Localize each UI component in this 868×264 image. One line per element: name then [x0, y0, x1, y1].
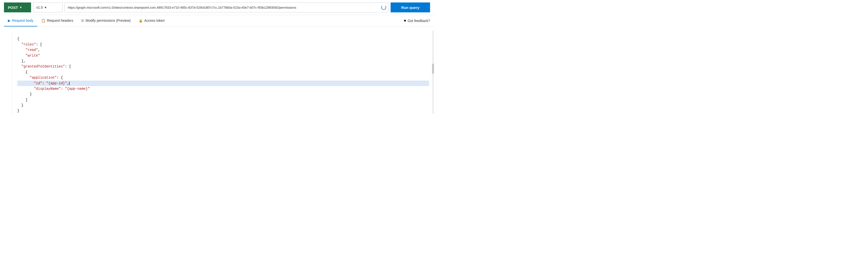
code-line: "roles": [: [17, 42, 429, 47]
code-line: "application": {: [17, 75, 429, 80]
code-line: ]: [17, 97, 429, 103]
version-chevron-icon: ▾: [44, 5, 46, 9]
tab-access-token-label: Access token: [144, 19, 165, 23]
editor-area: { "roles": [ "read", "write" ], "granted…: [0, 27, 434, 121]
code-line: }: [17, 103, 429, 108]
run-query-button[interactable]: Run query: [391, 2, 430, 12]
code-line: "displayName": "{app-name}": [17, 86, 429, 91]
method-label: POST: [8, 5, 18, 10]
tab-modify-permissions-label: Modify permissions (Preview): [86, 19, 131, 23]
scrollbar[interactable]: [432, 31, 434, 114]
version-label: v1.0: [36, 5, 43, 9]
code-line: [17, 31, 429, 36]
code-line: "grantedToIdentities": [: [17, 64, 429, 69]
code-line: "read",: [17, 47, 429, 53]
modify-permissions-icon: ⊙: [81, 19, 84, 23]
code-line: "write": [17, 53, 429, 58]
feedback-label: Got feedback?: [408, 19, 430, 23]
url-input-container: [65, 2, 389, 12]
code-line: }: [17, 91, 429, 97]
tab-access-token[interactable]: 🔒 Access token: [135, 15, 169, 26]
heart-icon: ♥: [404, 19, 406, 23]
code-line: {: [17, 36, 429, 42]
code-editor[interactable]: { "roles": [ "read", "write" ], "granted…: [12, 31, 434, 114]
request-body-icon: ▶: [8, 19, 10, 23]
method-chevron-icon: ▾: [20, 6, 22, 9]
tab-request-headers-label: Request headers: [47, 19, 73, 23]
run-query-label: Run query: [401, 5, 420, 10]
code-line-highlighted: "id": "{app-id}",: [17, 81, 429, 86]
toolbar: POST ▾ v1.0 ▾ Run query: [0, 0, 434, 15]
tabs-bar: ▶ Request body 📋 Request headers ⊙ Modif…: [0, 15, 434, 27]
feedback-section[interactable]: ♥ Got feedback?: [404, 19, 430, 23]
code-line: {: [17, 70, 429, 75]
code-line: ],: [17, 58, 429, 64]
editor-wrapper: { "roles": [ "read", "write" ], "granted…: [0, 31, 434, 114]
method-dropdown[interactable]: POST ▾: [4, 2, 31, 12]
tab-request-body[interactable]: ▶ Request body: [4, 15, 37, 26]
version-dropdown[interactable]: v1.0 ▾: [33, 2, 63, 12]
scrollbar-thumb[interactable]: [432, 64, 434, 74]
tab-modify-permissions[interactable]: ⊙ Modify permissions (Preview): [77, 15, 135, 26]
url-input[interactable]: [65, 2, 389, 12]
code-line: }: [17, 108, 429, 113]
access-token-icon: 🔒: [138, 19, 143, 23]
tab-request-headers[interactable]: 📋 Request headers: [37, 15, 77, 26]
tab-request-body-label: Request body: [12, 19, 33, 23]
request-headers-icon: 📋: [41, 19, 45, 23]
line-numbers: [0, 31, 12, 114]
loading-spinner: [381, 5, 386, 10]
